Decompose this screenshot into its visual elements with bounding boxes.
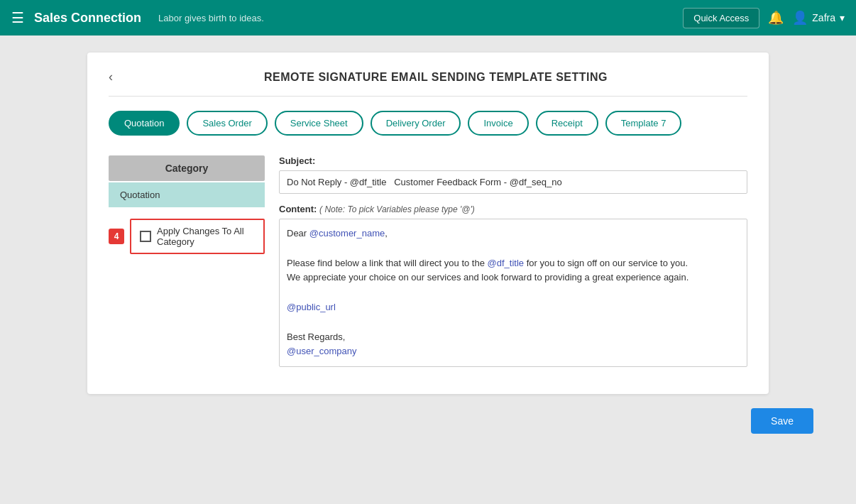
right-panel: Subject: Content: ( Note: To pick Variab…	[279, 155, 747, 377]
apply-changes-label: Apply Changes To All Category	[157, 226, 255, 247]
category-quotation-item[interactable]: Quotation	[109, 182, 265, 207]
tagline: Labor gives birth to ideas.	[158, 13, 683, 23]
tab-invoice[interactable]: Invoice	[468, 111, 528, 136]
content-label: Content: ( Note: To pick Variables pleas…	[279, 204, 747, 214]
brand-name: Sales Connection	[34, 11, 141, 26]
notification-icon[interactable]: 🔔	[768, 10, 784, 26]
tab-service-sheet[interactable]: Service Sheet	[275, 111, 363, 136]
page-title: REMOTE SIGNATURE EMAIL SENDING TEMPLATE …	[124, 71, 747, 84]
subject-field-group: Subject:	[279, 155, 747, 194]
left-panel: Category Quotation 4 Apply Changes To Al…	[109, 155, 265, 377]
save-button[interactable]: Save	[751, 408, 813, 434]
menu-icon[interactable]: ☰	[11, 9, 24, 26]
main-card: ‹ REMOTE SIGNATURE EMAIL SENDING TEMPLAT…	[87, 53, 769, 394]
var-customer-name: @customer_name	[309, 228, 385, 239]
content-textarea[interactable]: Dear @customer_name, Please find below a…	[279, 219, 747, 367]
tab-template-7[interactable]: Template 7	[605, 111, 682, 136]
quick-access-button[interactable]: Quick Access	[683, 8, 759, 28]
back-button[interactable]: ‹	[109, 70, 113, 84]
content-field-group: Content: ( Note: To pick Variables pleas…	[279, 204, 747, 367]
subject-input[interactable]	[279, 170, 747, 194]
category-header: Category	[109, 155, 265, 181]
apply-changes-box[interactable]: Apply Changes To All Category	[130, 219, 265, 254]
tab-quotation[interactable]: Quotation	[109, 111, 180, 136]
topnav-right: Quick Access 🔔 👤 Zafra ▾	[683, 8, 845, 28]
apply-changes-row: 4 Apply Changes To All Category	[109, 219, 265, 254]
tab-delivery-order[interactable]: Delivery Order	[371, 111, 461, 136]
var-df-title: @df_title	[488, 258, 525, 268]
tab-receipt[interactable]: Receipt	[536, 111, 598, 136]
step-badge: 4	[109, 229, 124, 244]
var-user-company: @user_company	[287, 346, 356, 356]
top-navigation: ☰ Sales Connection Labor gives birth to …	[0, 0, 856, 35]
chevron-down-icon: ▾	[840, 12, 845, 23]
apply-changes-checkbox[interactable]	[140, 231, 151, 242]
subject-label: Subject:	[279, 155, 747, 166]
content-note: ( Note: To pick Variables please type '@…	[319, 204, 475, 214]
var-public-url: @public_url	[287, 302, 336, 312]
content-area: Category Quotation 4 Apply Changes To Al…	[109, 155, 747, 377]
save-row: Save	[21, 408, 835, 434]
user-avatar-icon: 👤	[792, 10, 808, 26]
tabs-row: Quotation Sales Order Service Sheet Deli…	[109, 111, 747, 136]
card-header: ‹ REMOTE SIGNATURE EMAIL SENDING TEMPLAT…	[109, 70, 747, 97]
tab-sales-order[interactable]: Sales Order	[187, 111, 267, 136]
user-menu[interactable]: 👤 Zafra ▾	[792, 10, 845, 26]
page-background: ‹ REMOTE SIGNATURE EMAIL SENDING TEMPLAT…	[0, 35, 856, 504]
username: Zafra	[812, 12, 835, 23]
